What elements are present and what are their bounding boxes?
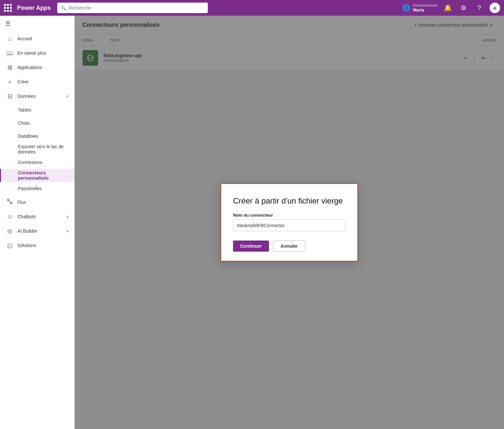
settings-button[interactable]: ⚙ — [458, 3, 469, 13]
sidebar-item-label: En savoir plus — [17, 50, 69, 56]
chevron-up-icon: ∧ — [66, 94, 69, 98]
dataflows-label: Dataflows — [18, 134, 38, 139]
sidebar-item-label: Applications — [17, 65, 69, 70]
search-box[interactable]: 🔍 — [57, 3, 208, 13]
exporter-label: Exporter vers le lac de données — [18, 144, 69, 154]
sidebar-item-label: Chatbots — [17, 214, 62, 219]
sidebar: ☰ ⌂ Accueil 📖 En savoir plus ⊞ Applicati… — [0, 16, 75, 429]
environment-icon: 🌐 — [402, 4, 410, 12]
search-input[interactable] — [69, 5, 205, 10]
help-button[interactable]: ? — [474, 3, 484, 13]
modal-title: Créer à partir d'un fichier vierge — [233, 196, 346, 206]
sidebar-item-label: AI Builder — [17, 228, 62, 234]
sidebar-sub-connecteurs[interactable]: Connecteurs personnalisés — [0, 169, 74, 182]
notifications-button[interactable]: 🔔 — [442, 3, 453, 13]
connexions-label: Connexions — [18, 160, 42, 165]
env-label: Environnement — [413, 3, 437, 8]
avatar[interactable]: A — [490, 3, 500, 13]
chatbots-icon: ☺ — [6, 213, 13, 220]
topbar: Power Apps 🔍 🌐 Environnement Maria 🔔 ⚙ ?… — [0, 0, 504, 16]
connecteurs-label: Connecteurs personnalisés — [18, 170, 69, 181]
flux-icon — [6, 199, 13, 206]
sidebar-item-creer[interactable]: ＋ Créer — [0, 75, 74, 89]
sidebar-item-accueil[interactable]: ⌂ Accueil — [0, 31, 74, 46]
app-brand: Power Apps — [17, 5, 51, 11]
sidebar-item-label: Flux — [17, 200, 69, 205]
passerelles-label: Passerelles — [18, 186, 42, 191]
solutions-icon: ◱ — [6, 242, 13, 249]
sidebar-sub-exporter[interactable]: Exporter vers le lac de données — [0, 143, 74, 156]
sidebar-sub-dataflows[interactable]: Dataflows — [0, 130, 74, 143]
sidebar-item-flux[interactable]: Flux — [0, 195, 74, 209]
sidebar-sub-passerelles[interactable]: Passerelles — [0, 182, 74, 195]
sidebar-item-solutions[interactable]: ◱ Solutions — [0, 238, 74, 253]
sidebar-toggle[interactable]: ☰ — [0, 16, 74, 31]
ai-icon: ◎ — [6, 227, 13, 235]
modal-overlay: Créer à partir d'un fichier vierge Nom d… — [75, 16, 504, 429]
content-area: Connecteurs personnalisés + Nouveau conn… — [75, 16, 504, 429]
apps-icon: ⊞ — [6, 64, 13, 71]
search-icon: 🔍 — [61, 5, 66, 10]
sidebar-sub-connexions[interactable]: Connexions — [0, 156, 74, 169]
create-connector-modal: Créer à partir d'un fichier vierge Nom d… — [221, 183, 358, 261]
sidebar-item-en-savoir-plus[interactable]: 📖 En savoir plus — [0, 46, 74, 60]
modal-buttons: Continuer Annuler — [233, 241, 346, 252]
sidebar-item-chatbots[interactable]: ☺ Chatbots ∨ — [0, 209, 74, 224]
sidebar-item-label: Solutions — [17, 243, 69, 248]
sidebar-sub-tables[interactable]: Tables — [0, 103, 74, 116]
sidebar-item-applications[interactable]: ⊞ Applications — [0, 60, 74, 75]
svg-line-2 — [9, 200, 11, 203]
env-name: Maria — [413, 8, 437, 13]
sidebar-item-label: Créer — [17, 79, 69, 84]
main-layout: ☰ ⌂ Accueil 📖 En savoir plus ⊞ Applicati… — [0, 16, 504, 429]
tables-label: Tables — [18, 107, 31, 113]
chevron-down-icon: ∨ — [66, 214, 69, 219]
choix-label: Choix — [18, 120, 30, 126]
environment-selector[interactable]: 🌐 Environnement Maria — [402, 3, 437, 13]
home-icon: ⌂ — [6, 35, 13, 42]
continue-button[interactable]: Continuer — [233, 241, 269, 252]
connector-name-input[interactable] — [233, 220, 346, 231]
sidebar-item-ai-builder[interactable]: ◎ AI Builder ∨ — [0, 224, 74, 238]
create-icon: ＋ — [6, 78, 13, 86]
modal-field: Nom du connecteur — [233, 213, 346, 231]
learn-icon: 📖 — [6, 49, 13, 57]
chevron-down-icon: ∨ — [66, 229, 69, 233]
sidebar-item-donnees[interactable]: ⊟ Données ∧ — [0, 89, 74, 103]
sidebar-item-label: Données — [17, 94, 62, 99]
topbar-right: 🌐 Environnement Maria 🔔 ⚙ ? A — [402, 3, 500, 13]
waffle-menu[interactable] — [4, 4, 12, 12]
data-icon: ⊟ — [6, 93, 13, 100]
cancel-button[interactable]: Annuler — [273, 241, 305, 252]
field-label: Nom du connecteur — [233, 213, 346, 218]
sidebar-item-label: Accueil — [17, 36, 69, 41]
sidebar-sub-choix[interactable]: Choix — [0, 116, 74, 130]
